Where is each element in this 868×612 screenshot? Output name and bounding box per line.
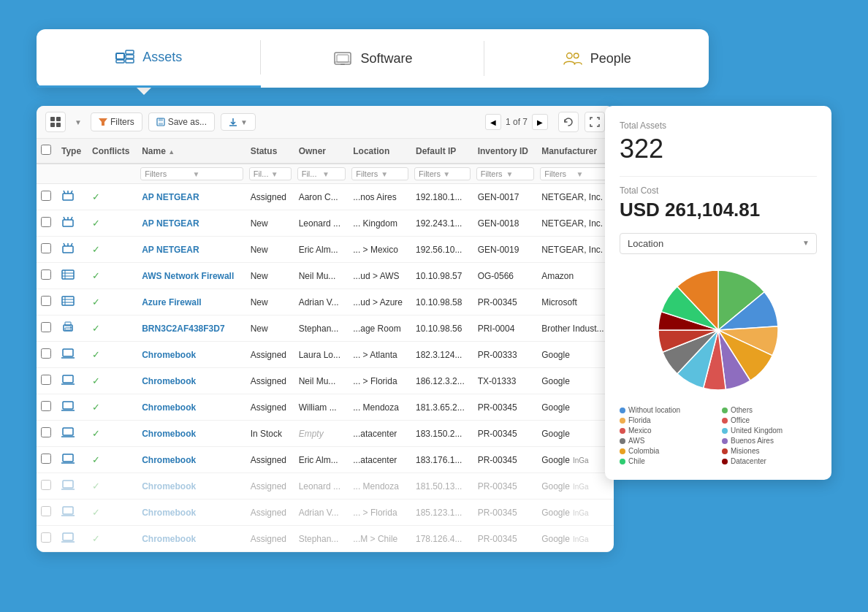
svg-rect-56 <box>63 507 73 514</box>
svg-rect-46 <box>63 375 73 383</box>
stats-panel: Total Assets 322 Total Cost USD 261,104.… <box>605 106 831 480</box>
row-checkbox[interactable] <box>41 217 51 227</box>
col-inv: Inventory ID <box>473 139 538 164</box>
asset-type-cell <box>57 368 88 394</box>
select-all-checkbox[interactable] <box>41 145 51 155</box>
inv-cell: GEN-0019 <box>473 237 538 263</box>
row-checkbox[interactable] <box>41 348 51 359</box>
name-cell[interactable]: Chromebook <box>137 500 245 526</box>
legend-item: Mexico <box>620 427 715 435</box>
grid-view-dropdown[interactable]: ▼ <box>72 112 85 132</box>
name-filter[interactable]: Filters▼ <box>140 167 243 180</box>
filters-button[interactable]: Filters <box>91 112 142 131</box>
ip-filter[interactable]: Filters▼ <box>414 167 471 180</box>
row-checkbox[interactable] <box>41 269 51 280</box>
asset-type-cell <box>57 289 88 315</box>
row-checkbox[interactable] <box>41 296 51 306</box>
name-cell[interactable]: Chromebook <box>137 447 245 473</box>
name-cell[interactable]: AP NETGEAR <box>137 237 245 263</box>
check-icon: ✓ <box>92 244 100 255</box>
download-button[interactable]: ▼ <box>221 113 256 131</box>
row-checkbox[interactable] <box>41 480 51 490</box>
next-page-button[interactable]: ▶ <box>532 114 548 130</box>
legend-item: Buenos Aires <box>722 437 817 445</box>
col-location: Location <box>349 139 411 164</box>
owner-cell: Adrian V... <box>294 500 349 526</box>
tab-assets[interactable]: Assets <box>37 29 261 88</box>
location-cell: ... Kingdom <box>349 210 411 237</box>
status-cell: Assigned <box>246 394 294 421</box>
col-name: Name ▲ <box>137 139 245 164</box>
row-checkbox[interactable] <box>41 532 51 543</box>
name-cell[interactable]: AP NETGEAR <box>137 184 245 210</box>
name-cell[interactable]: Chromebook <box>137 342 245 368</box>
svg-point-10 <box>574 53 579 58</box>
asset-type-icon <box>61 403 75 415</box>
manufacturer-cell: NETGEAR, Inc. <box>537 210 614 237</box>
tab-software[interactable]: Software <box>261 29 485 88</box>
name-cell[interactable]: Chromebook <box>137 526 245 552</box>
ip-cell: 183.176.1... <box>411 447 473 473</box>
name-cell[interactable]: Chromebook <box>137 421 245 447</box>
status-cell: Assigned <box>246 447 294 473</box>
owner-filter[interactable]: Fil...▼ <box>297 167 346 180</box>
pie-chart <box>652 264 784 396</box>
name-cell[interactable]: BRN3C2AF438F3D7 <box>137 315 245 342</box>
conflict-cell: ✓ <box>88 526 137 552</box>
row-checkbox[interactable] <box>41 454 51 464</box>
svg-rect-13 <box>50 123 55 127</box>
conflict-cell: ✓ <box>88 394 137 421</box>
owner-cell: Leonard ... <box>294 210 349 237</box>
col-mfr: Manufacturer <box>537 139 614 164</box>
manufacturer-cell: Microsoft <box>537 289 614 315</box>
row-checkbox[interactable] <box>41 243 51 253</box>
ip-cell: 178.126.4... <box>411 526 473 552</box>
row-checkbox[interactable] <box>41 375 51 385</box>
row-checkbox[interactable] <box>41 401 51 411</box>
row-checkbox[interactable] <box>41 191 51 201</box>
check-icon: ✓ <box>92 481 100 491</box>
save-as-button[interactable]: Save as... <box>148 112 215 131</box>
legend-item: Office <box>722 416 817 424</box>
row-checkbox[interactable] <box>41 506 51 516</box>
legend-item: Florida <box>620 416 715 424</box>
name-cell[interactable]: AWS Network Firewall <box>137 263 245 289</box>
total-cost-value: USD 261,104.81 <box>620 199 817 221</box>
ip-cell: 186.12.3.2... <box>411 368 473 394</box>
location-filter[interactable]: Filters▼ <box>351 167 408 180</box>
location-cell: ...age Room <box>349 315 411 342</box>
inv-filter[interactable]: Filters▼ <box>476 167 535 180</box>
tab-people[interactable]: People <box>484 29 709 88</box>
name-cell[interactable]: Chromebook <box>137 473 245 500</box>
svg-rect-32 <box>62 270 74 279</box>
legend-label: Without location <box>628 406 680 414</box>
inv-cell: PR-00345 <box>473 500 538 526</box>
ip-cell: 182.3.124... <box>411 342 473 368</box>
legend-label: Others <box>731 406 753 414</box>
row-checkbox[interactable] <box>41 322 51 332</box>
refresh-button[interactable] <box>558 112 579 132</box>
name-cell[interactable]: Chromebook <box>137 368 245 394</box>
prev-page-button[interactable]: ◀ <box>485 114 501 130</box>
name-cell[interactable]: Chromebook <box>137 394 245 421</box>
location-cell: ... > Florida <box>349 500 411 526</box>
fullscreen-button[interactable] <box>585 112 605 132</box>
grid-view-button[interactable] <box>45 112 66 132</box>
manufacturer-cell: Google <box>537 394 614 421</box>
name-cell[interactable]: AP NETGEAR <box>137 210 245 237</box>
status-filter[interactable]: Fil...▼ <box>249 167 292 180</box>
row-checkbox[interactable] <box>41 427 51 437</box>
location-select[interactable]: Location <box>620 233 817 254</box>
table-row: ✓ Chromebook Assigned Laura Lo... ... > … <box>37 342 614 368</box>
owner-cell: Leonard ... <box>294 473 349 500</box>
svg-rect-0 <box>116 53 124 59</box>
name-cell[interactable]: Azure Firewall <box>137 289 245 315</box>
conflict-cell: ✓ <box>88 447 137 473</box>
legend-item: Colombia <box>620 447 715 455</box>
legend-dot <box>722 448 728 454</box>
mfr-filter[interactable]: Filters▼ <box>540 167 611 180</box>
legend-item: AWS <box>620 437 715 445</box>
conflict-cell: ✓ <box>88 473 137 500</box>
inv-cell: PR-00345 <box>473 473 538 500</box>
asset-type-cell <box>57 263 88 289</box>
